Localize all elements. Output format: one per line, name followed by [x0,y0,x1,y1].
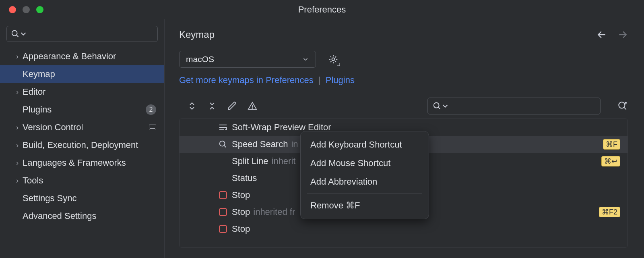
chevron-right-icon: › [12,88,23,96]
keymap-scheme-value: macOS [186,54,214,64]
svg-point-0 [12,31,17,36]
sidebar-item-settings-sync[interactable]: Settings Sync [0,189,164,207]
stop-icon [218,190,228,200]
settings-search-input[interactable] [6,26,158,42]
sidebar-item-build-execution-deployment[interactable]: › Build, Execution, Deployment [0,136,164,154]
chevron-down-icon [441,102,450,110]
edit-shortcut-button[interactable] [227,101,237,111]
svg-point-14 [220,141,225,146]
forward-button[interactable] [617,29,628,40]
zoom-window-button[interactable] [36,6,43,13]
menu-separator [307,194,422,194]
keymap-actions-button[interactable] [328,54,339,64]
svg-point-6 [252,108,253,108]
shortcut-badge: ⌘↩ [601,156,620,166]
titlebar: Preferences [0,0,644,19]
close-window-button[interactable] [9,6,16,13]
svg-point-7 [434,103,439,108]
search-icon [218,139,228,149]
sidebar-item-appearance-behavior[interactable]: › Appearance & Behavior [0,48,164,65]
stop-icon [218,207,228,217]
window-title: Preferences [298,4,346,15]
menu-add-keyboard-shortcut[interactable]: Add Keyboard Shortcut [301,135,429,154]
search-icon [433,102,442,110]
chevron-right-icon: › [12,52,23,61]
chevron-right-icon: › [12,159,23,167]
traffic-lights [9,6,43,13]
shortcut-badge: ⌘F2 [599,207,620,217]
show-conflicts-button[interactable] [248,101,257,111]
menu-remove-shortcut[interactable]: Remove ⌘F [301,196,429,215]
sidebar-item-plugins[interactable]: Plugins 2 [0,101,164,119]
svg-point-4 [332,58,335,61]
svg-line-10 [624,107,626,109]
sidebar-item-advanced-settings[interactable]: Advanced Settings [0,207,164,225]
sidebar-item-editor[interactable]: › Editor [0,83,164,101]
modifier-corner-icon [337,63,340,66]
svg-line-1 [17,35,19,37]
get-more-keymaps-link[interactable]: Get more keymaps in Preferences [179,75,314,85]
keymap-scheme-dropdown[interactable]: macOS [179,51,316,68]
back-button[interactable] [597,29,607,40]
search-icon [11,29,20,38]
tree-row[interactable]: Stop [180,221,627,237]
menu-add-mouse-shortcut[interactable]: Add Mouse Shortcut [301,154,429,173]
nav-history [597,29,628,40]
chevron-down-icon [19,29,28,38]
find-by-shortcut-button[interactable] [617,101,628,111]
settings-tree: › Appearance & Behavior Keymap › Editor … [0,48,164,225]
chevron-right-icon: › [12,177,23,185]
action-tree[interactable]: Soft-Wrap Preview Editor Speed Search in… [179,119,628,248]
stop-icon [218,224,228,234]
plugins-count-badge: 2 [146,104,156,115]
action-search-input[interactable] [427,98,601,114]
context-menu: Add Keyboard Shortcut Add Mouse Shortcut… [300,131,429,219]
chevron-down-icon [302,56,309,63]
svg-line-15 [224,146,226,148]
soft-wrap-icon [218,123,228,132]
sidebar: › Appearance & Behavior Keymap › Editor … [0,19,165,258]
sidebar-item-languages-frameworks[interactable]: › Languages & Frameworks [0,154,164,172]
content-pane: Keymap macOS Get more keymaps in Prefere… [165,19,644,258]
chevron-right-icon: › [12,141,23,150]
sidebar-item-tools[interactable]: › Tools [0,172,164,189]
chevron-right-icon: › [12,123,23,132]
keymap-plugins-hint: Get more keymaps in Preferences | Plugin… [179,75,628,85]
collapse-all-button[interactable] [207,101,217,111]
sidebar-item-keymap[interactable]: Keymap [0,65,164,83]
project-scope-icon [149,125,156,130]
keymap-toolbar [179,98,628,114]
shortcut-badge: ⌘F [603,139,620,150]
svg-point-9 [619,102,625,108]
menu-add-abbreviation[interactable]: Add Abbreviation [301,173,429,191]
sidebar-item-version-control[interactable]: › Version Control [0,119,164,136]
minimize-window-button[interactable] [23,6,30,13]
page-title: Keymap [179,29,215,40]
plugins-link[interactable]: Plugins [326,75,355,85]
expand-all-button[interactable] [187,101,197,111]
svg-line-8 [438,107,440,109]
